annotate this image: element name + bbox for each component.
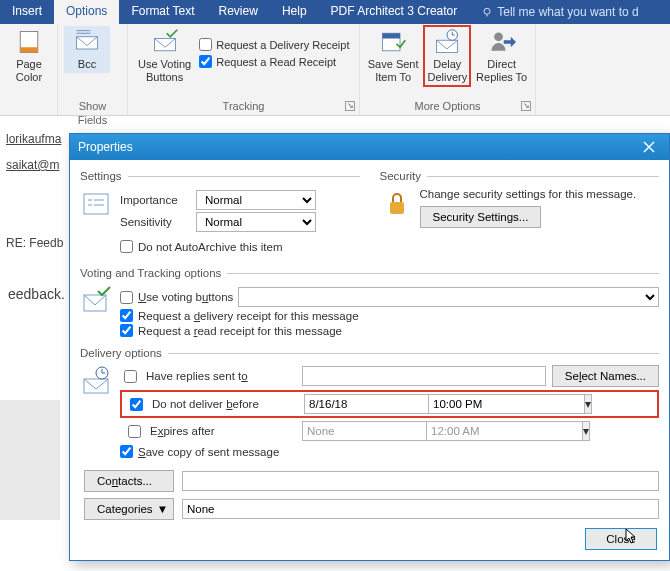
ribbon-delivery-receipt-label: Request a Delivery Receipt: [216, 39, 349, 51]
group-label-tracking: Tracking ↘: [134, 99, 353, 115]
close-button[interactable]: Close: [585, 528, 657, 550]
svg-point-14: [494, 32, 503, 41]
deliver-time-caret[interactable]: ▾: [584, 394, 592, 414]
importance-select[interactable]: Normal: [196, 190, 316, 210]
no-autoarchive-check[interactable]: [120, 240, 133, 253]
save-sent-icon: [379, 28, 407, 56]
page-color-label: Page Color: [16, 58, 42, 84]
do-not-deliver-label: Do not deliver before: [152, 398, 298, 410]
tab-review[interactable]: Review: [207, 0, 270, 24]
expires-after-label: Expires after: [150, 425, 296, 437]
direct-replies-label: Direct Replies To: [476, 58, 527, 84]
use-voting-buttons[interactable]: Use Voting Buttons: [134, 26, 195, 86]
expires-time-caret[interactable]: ▾: [582, 421, 590, 441]
save-sent-item-button[interactable]: Save Sent Item To: [366, 26, 420, 86]
svg-rect-10: [437, 40, 458, 52]
tab-options[interactable]: Options: [54, 0, 119, 24]
contacts-input[interactable]: [182, 471, 659, 491]
page-color-button[interactable]: Page Color: [6, 26, 52, 86]
dialog-title: Properties: [78, 140, 133, 154]
do-not-deliver-check[interactable]: [130, 398, 143, 411]
have-replies-label: Have replies sent to: [146, 370, 296, 382]
security-legend: Security: [380, 170, 428, 182]
expires-after-check[interactable]: [128, 425, 141, 438]
voting-icon: [151, 28, 179, 56]
voting-options-select[interactable]: [238, 287, 659, 307]
svg-point-0: [484, 8, 490, 14]
ribbon-delivery-receipt[interactable]: Request a Delivery Receipt: [199, 38, 349, 51]
svg-rect-3: [20, 47, 38, 52]
delivery-legend: Delivery options: [80, 347, 168, 359]
group-show-fields: Bcc Show Fields: [58, 24, 128, 115]
svg-rect-4: [77, 37, 98, 49]
contacts-button[interactable]: Contacts...: [84, 470, 174, 492]
ribbon-delivery-receipt-check[interactable]: [199, 38, 212, 51]
tab-insert[interactable]: Insert: [0, 0, 54, 24]
tracking-dialog-launcher[interactable]: ↘: [345, 101, 355, 111]
svg-rect-7: [154, 39, 175, 51]
more-options-dialog-launcher[interactable]: ↘: [521, 101, 531, 111]
have-replies-input[interactable]: [302, 366, 546, 386]
to-field[interactable]: saikat@m: [6, 158, 78, 172]
categories-input[interactable]: [182, 499, 659, 519]
ribbon-read-receipt[interactable]: Request a Read Receipt: [199, 55, 349, 68]
group-tracking: Use Voting Buttons Request a Delivery Re…: [128, 24, 360, 115]
chevron-down-icon: ▼: [157, 503, 168, 515]
svg-rect-17: [84, 194, 108, 214]
settings-group: Settings Importance Normal Sensi: [80, 170, 360, 255]
lightbulb-icon: [481, 6, 493, 18]
delivery-icon: [80, 365, 112, 397]
deliver-time-input[interactable]: [428, 394, 584, 414]
no-autoarchive-label: Do not AutoArchive this item: [138, 241, 282, 253]
subject-field[interactable]: RE: Feedb: [6, 236, 63, 250]
delivery-receipt-label: Request a delivery receipt for this mess…: [138, 310, 359, 322]
select-names-button[interactable]: Select Names...: [552, 365, 659, 387]
bcc-label: Bcc: [78, 58, 96, 71]
categories-button[interactable]: Categories▼: [84, 498, 174, 520]
tab-help[interactable]: Help: [270, 0, 319, 24]
security-desc: Change security settings for this messag…: [420, 188, 637, 200]
group-label-themes: [6, 99, 51, 115]
group-label-show-fields: Show Fields: [64, 99, 121, 115]
delivery-receipt-check[interactable]: [120, 309, 133, 322]
direct-replies-button[interactable]: Direct Replies To: [474, 26, 529, 86]
ribbon: Page Color Bcc Show Fields Use Voting Bu…: [0, 24, 670, 116]
security-group: Security Change security settings for th…: [380, 170, 660, 255]
properties-dialog: Properties Settings Importance: [69, 133, 670, 561]
group-themes: Page Color: [0, 24, 58, 115]
delay-delivery-icon: [433, 28, 461, 56]
settings-icon: [80, 188, 112, 220]
background-panel: [0, 400, 60, 520]
save-copy-check[interactable]: [120, 445, 133, 458]
bcc-icon: [73, 28, 101, 56]
voting-legend: Voting and Tracking options: [80, 267, 227, 279]
tab-format-text[interactable]: Format Text: [119, 0, 206, 24]
ribbon-tabs: Insert Options Format Text Review Help P…: [0, 0, 670, 24]
read-receipt-label: Request a read receipt for this message: [138, 325, 342, 337]
direct-replies-icon: [488, 28, 516, 56]
cursor-icon: [625, 528, 641, 544]
ribbon-read-receipt-check[interactable]: [199, 55, 212, 68]
delivery-options-group: Delivery options Have replies sent to Se…: [80, 347, 659, 520]
use-voting-label: Use voting buttons: [138, 291, 233, 303]
sensitivity-select[interactable]: Normal: [196, 212, 316, 232]
lock-icon: [380, 188, 412, 220]
dialog-close-x[interactable]: [629, 134, 669, 160]
dialog-titlebar[interactable]: Properties: [70, 134, 669, 160]
use-voting-check[interactable]: [120, 291, 133, 304]
group-more-options: Save Sent Item To Delay Delivery Direct …: [360, 24, 536, 115]
voting-tracking-icon: [80, 285, 112, 317]
page-color-icon: [15, 28, 43, 56]
read-receipt-check[interactable]: [120, 324, 133, 337]
delay-delivery-button[interactable]: Delay Delivery: [424, 26, 470, 86]
close-icon: [643, 141, 655, 153]
tell-me-label: Tell me what you want to d: [497, 5, 638, 19]
bcc-button[interactable]: Bcc: [64, 26, 110, 73]
security-settings-button[interactable]: Security Settings...: [420, 206, 542, 228]
save-sent-label: Save Sent Item To: [368, 58, 419, 84]
have-replies-check[interactable]: [124, 370, 137, 383]
tell-me-search[interactable]: Tell me what you want to d: [469, 0, 638, 24]
from-label: lorikaufma: [6, 132, 78, 146]
svg-rect-22: [390, 202, 404, 214]
tab-pdf-architect[interactable]: PDF Architect 3 Creator: [319, 0, 470, 24]
